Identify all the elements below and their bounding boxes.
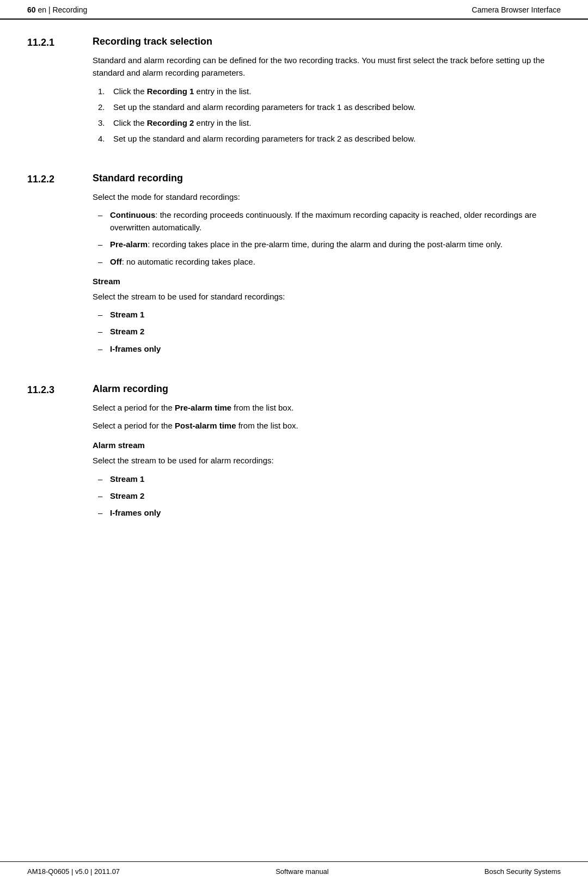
section-11-2-3: 11.2.3 Alarm recording Select a period f… [27,383,561,526]
stream-intro: Select the stream to be used for standar… [93,290,561,303]
sub-section-title-stream: Stream [93,277,561,286]
header-right: Camera Browser Interface [472,5,561,14]
section-11-2-2: 11.2.2 Standard recording Select the mod… [27,173,561,362]
list-item: – Stream 1 [93,308,561,321]
page-number: 60 [27,5,36,14]
content-area: 11.2.1 Recording track selection Standar… [0,20,588,591]
list-item: – Pre-alarm: recording takes place in th… [93,238,561,250]
section-number-11-2-3: 11.2.3 [27,383,93,526]
page-footer: AM18-Q0605 | v5.0 | 2011.07 Software man… [0,861,588,881]
footer-left: AM18-Q0605 | v5.0 | 2011.07 [27,867,120,876]
section-number-11-2-2: 11.2.2 [27,173,93,362]
section-title-11-2-3: Alarm recording [93,383,561,395]
section-intro-11-2-2: Select the mode for standard recordings: [93,191,561,203]
list-item: – Stream 2 [93,490,561,502]
ordered-list-11-2-1: 1. Click the Recording 1 entry in the li… [93,85,561,145]
list-item: 1. Click the Recording 1 entry in the li… [93,85,561,97]
alarm-intro-2: Select a period for the Post-alarm time … [93,419,561,432]
page-container: 60 en | Recording Camera Browser Interfa… [0,0,588,881]
list-item: – I-frames only [93,506,561,519]
alarm-stream-intro: Select the stream to be used for alarm r… [93,454,561,467]
sub-section-title-alarm-stream: Alarm stream [93,440,561,450]
section-title-11-2-2: Standard recording [93,173,561,184]
page-header: 60 en | Recording Camera Browser Interfa… [0,0,588,20]
section-body-11-2-3: Alarm recording Select a period for the … [93,383,561,526]
list-item: – Continuous: the recording proceeds con… [93,209,561,234]
section-body-11-2-1: Recording track selection Standard and a… [93,36,561,151]
bullet-list-standard-mode: – Continuous: the recording proceeds con… [93,209,561,268]
bullet-list-alarm-stream: – Stream 1 – Stream 2 – I-frames only [93,473,561,519]
list-item: – I-frames only [93,342,561,355]
section-11-2-1: 11.2.1 Recording track selection Standar… [27,36,561,151]
list-item: 2. Set up the standard and alarm recordi… [93,101,561,113]
list-item: – Stream 2 [93,325,561,338]
alarm-intro-1: Select a period for the Pre-alarm time f… [93,401,561,414]
section-body-11-2-2: Standard recording Select the mode for s… [93,173,561,362]
list-item: 3. Click the Recording 2 entry in the li… [93,117,561,129]
list-item: – Stream 1 [93,473,561,485]
bullet-list-stream: – Stream 1 – Stream 2 – I-frames only [93,308,561,355]
header-left: 60 en | Recording [27,5,87,14]
section-title-11-2-1: Recording track selection [93,36,561,47]
footer-center: Software manual [275,867,329,876]
section-number-11-2-1: 11.2.1 [27,36,93,151]
list-item: 4. Set up the standard and alarm recordi… [93,132,561,145]
section-intro-11-2-1: Standard and alarm recording can be defi… [93,54,561,79]
header-section: en | Recording [38,5,87,14]
footer-right: Bosch Security Systems [485,867,561,876]
list-item: – Off: no automatic recording takes plac… [93,255,561,268]
